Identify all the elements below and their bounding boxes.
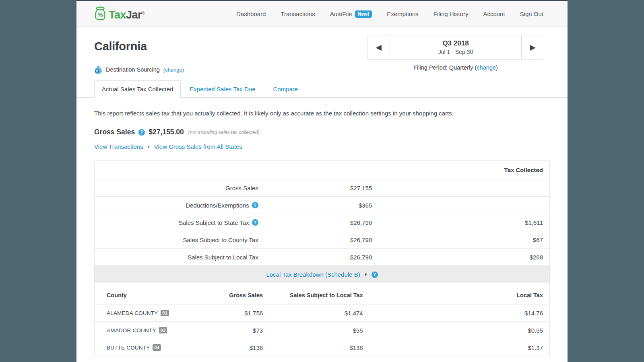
next-arrow-icon: ▶ [530, 43, 536, 52]
tab-compare[interactable]: Compare [264, 81, 307, 97]
county-row: AMADOR COUNTY03 $73 $55 $0.55 [95, 321, 549, 339]
period-date-range: Jul 1 - Sep 30 [390, 49, 521, 55]
subject-local-tax-column-header: Sales Subject to Local Tax [263, 292, 363, 298]
tax-summary-table: Tax Collected Gross Sales $27,155 Deduct… [94, 160, 550, 356]
table-row: Gross Sales $27,155 [95, 179, 549, 196]
taxjar-logo-text: TaxJar® [109, 6, 144, 22]
bullet-separator: • [147, 143, 149, 150]
county-code-badge: 01 [161, 310, 169, 316]
row-tax: $67 [372, 237, 549, 243]
county-local-tax: $14.76 [363, 310, 549, 317]
row-value: $26,790 [258, 237, 372, 243]
prev-arrow-icon: ◀ [376, 43, 382, 52]
nav-item-autofile[interactable]: AutoFileNew! [330, 10, 372, 18]
county-code-badge: 04 [153, 344, 161, 351]
nav-menu: Dashboard Transactions AutoFileNew! Exem… [236, 10, 543, 18]
county-gross-sales: $138 [208, 344, 263, 351]
county-column-header: County [95, 292, 208, 298]
period-box: ◀ Q3 2018 Jul 1 - Sep 30 ▶ [367, 35, 544, 60]
previous-period-button[interactable]: ◀ [367, 35, 390, 59]
gross-sales-column-header: Gross Sales [208, 292, 263, 298]
gross-sales-line: Gross Sales ? $27,155.00 (not including … [94, 128, 550, 136]
nav-item-autofile-label: AutoFile [330, 10, 352, 17]
report-description: This report reflects sales tax that you … [94, 110, 550, 117]
row-label: Sales Subject to Local Tax [95, 254, 258, 261]
next-period-button[interactable]: ▶ [521, 35, 544, 59]
deductions-help-icon[interactable]: ? [252, 202, 258, 208]
local-tax-column-header: Local Tax [363, 292, 549, 298]
tab-expected-sales-tax-due[interactable]: Expected Sales Tax Due [181, 81, 264, 97]
report-tabs: Actual Sales Tax Collected Expected Sale… [76, 80, 568, 98]
sourcing-change-link[interactable]: (change) [163, 67, 184, 73]
row-label: Sales Subject to County Tax [95, 237, 258, 243]
gross-sales-label: Gross Sales [94, 128, 135, 136]
tax-collected-header: Tax Collected [95, 161, 549, 179]
filing-period-line: Filing Period: Quarterly (change) [367, 64, 544, 71]
table-row: Sales Subject to County Tax $26,790 $67 [95, 231, 549, 248]
county-name-text: ALAMEDA COUNTY [107, 310, 158, 316]
top-navigation: % TaxJar® Dashboard Transactions AutoFil… [76, 1, 568, 27]
report-body: This report reflects sales tax that you … [76, 98, 568, 356]
county-local-tax: $0.55 [363, 327, 549, 334]
county-gross-sales: $1,756 [208, 310, 263, 317]
county-name-text: AMADOR COUNTY [107, 327, 156, 333]
table-row: Deductions/Exemptions? $365 [95, 196, 549, 214]
county-name: AMADOR COUNTY03 [95, 327, 208, 333]
new-badge: New! [355, 10, 372, 18]
nav-item-filing-history[interactable]: Filing History [433, 10, 469, 17]
period-quarter: Q3 2018 [390, 39, 521, 47]
local-tax-breakdown-bar: Local Tax Breakdown (Schedule B) ▼ ? [95, 265, 549, 283]
taxjar-jar-icon: % [94, 6, 106, 20]
table-row: Sales Subject to State Tax? $26,790 $1,6… [95, 214, 549, 231]
county-row: BUTTE COUNTY04 $138 $138 $1.37 [95, 339, 549, 356]
nav-item-account[interactable]: Account [483, 10, 505, 17]
breakdown-help-icon[interactable]: ? [372, 272, 378, 278]
row-value: $26,790 [258, 219, 372, 226]
registered-mark: ® [142, 11, 144, 15]
state-tax-help-icon[interactable]: ? [252, 219, 258, 226]
county-table-header: County Gross Sales Sales Subject to Loca… [95, 283, 549, 304]
row-value: $365 [258, 202, 372, 209]
filing-period-change-link[interactable]: change [477, 64, 496, 71]
row-label-text: Sales Subject to County Tax [183, 237, 258, 243]
county-name-text: BUTTE COUNTY [107, 345, 150, 351]
row-tax: $1,611 [372, 219, 549, 226]
app-window: % TaxJar® Dashboard Transactions AutoFil… [76, 0, 568, 362]
row-label-text: Sales Subject to State Tax [179, 219, 249, 226]
county-subject-local-tax: $138 [263, 344, 363, 351]
county-name: ALAMEDA COUNTY01 [95, 310, 208, 316]
filing-period-label: Filing Period: Quarterly ( [413, 64, 477, 71]
tab-actual-sales-tax-collected[interactable]: Actual Sales Tax Collected [94, 80, 181, 98]
county-row: ALAMEDA COUNTY01 $1,756 $1,474 $14.76 [95, 304, 549, 321]
filing-period-suffix: ) [496, 64, 498, 71]
svg-text:D: D [96, 69, 98, 73]
row-label-text: Deductions/Exemptions [186, 202, 249, 209]
gross-sales-value: $27,155.00 [149, 128, 184, 136]
chevron-down-icon[interactable]: ▼ [364, 272, 368, 277]
nav-item-sign-out[interactable]: Sign Out [520, 10, 543, 17]
state-report-header: California ◀ Q3 2018 Jul 1 - Sep 30 ▶ Fi… [76, 27, 568, 74]
current-period: Q3 2018 Jul 1 - Sep 30 [390, 35, 521, 59]
table-row: Sales Subject to Local Tax $26,790 $268 [95, 248, 549, 265]
period-selector: ◀ Q3 2018 Jul 1 - Sep 30 ▶ Filing Period… [367, 35, 544, 71]
taxjar-logo[interactable]: % TaxJar® [94, 6, 144, 22]
view-gross-sales-link[interactable]: View Gross Sales from All States [154, 143, 242, 150]
row-tax: $268 [372, 254, 549, 261]
county-local-tax: $1.37 [363, 344, 549, 351]
view-transactions-link[interactable]: View Transactions [94, 143, 143, 150]
row-value: $27,155 [258, 185, 372, 191]
row-value: $26,790 [258, 254, 372, 261]
row-label-text: Gross Sales [225, 185, 258, 191]
row-label-text: Sales Subject to Local Tax [188, 254, 258, 261]
row-label: Deductions/Exemptions? [95, 202, 258, 209]
county-name: BUTTE COUNTY04 [95, 344, 208, 351]
row-label: Sales Subject to State Tax? [95, 219, 258, 226]
nav-item-dashboard[interactable]: Dashboard [236, 10, 266, 17]
sourcing-label: Destination Sourcing [106, 66, 160, 73]
local-tax-breakdown-link[interactable]: Local Tax Breakdown (Schedule B) [266, 271, 360, 278]
county-gross-sales: $73 [208, 327, 263, 334]
gross-sales-help-icon[interactable]: ? [138, 129, 145, 136]
nav-item-exemptions[interactable]: Exemptions [387, 10, 418, 17]
county-subject-local-tax: $55 [263, 327, 363, 334]
nav-item-transactions[interactable]: Transactions [281, 10, 315, 17]
